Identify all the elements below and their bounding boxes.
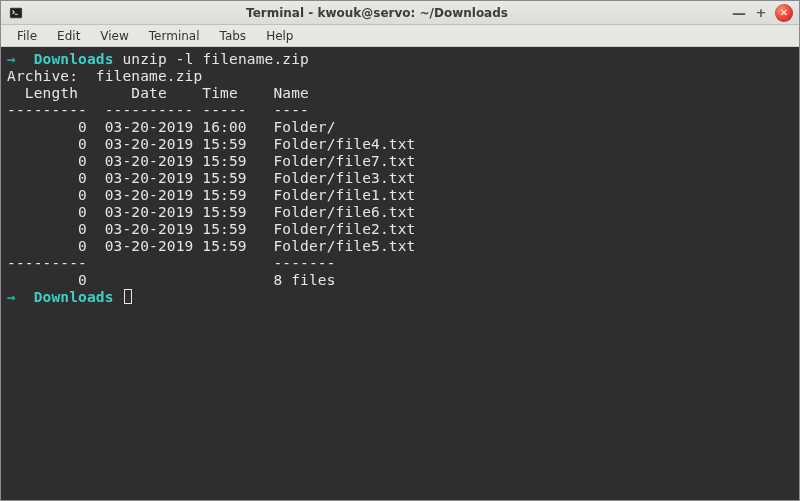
maximize-button[interactable]: + xyxy=(753,5,769,21)
menubar: File Edit View Terminal Tabs Help xyxy=(1,25,799,47)
terminal-icon xyxy=(9,6,23,20)
menu-file[interactable]: File xyxy=(7,27,47,45)
cursor xyxy=(124,289,132,304)
menu-help[interactable]: Help xyxy=(256,27,303,45)
terminal-output[interactable]: → Downloads unzip -l filename.zip Archiv… xyxy=(1,47,799,500)
menu-terminal[interactable]: Terminal xyxy=(139,27,210,45)
svg-rect-1 xyxy=(11,8,22,17)
terminal-window: Terminal - kwouk@servo: ~/Downloads — + … xyxy=(0,0,800,501)
menu-edit[interactable]: Edit xyxy=(47,27,90,45)
window-title: Terminal - kwouk@servo: ~/Downloads xyxy=(246,6,508,20)
menu-tabs[interactable]: Tabs xyxy=(210,27,257,45)
minimize-button[interactable]: — xyxy=(731,5,747,21)
close-button[interactable]: ✕ xyxy=(775,4,793,22)
titlebar[interactable]: Terminal - kwouk@servo: ~/Downloads — + … xyxy=(1,1,799,25)
menu-view[interactable]: View xyxy=(90,27,138,45)
